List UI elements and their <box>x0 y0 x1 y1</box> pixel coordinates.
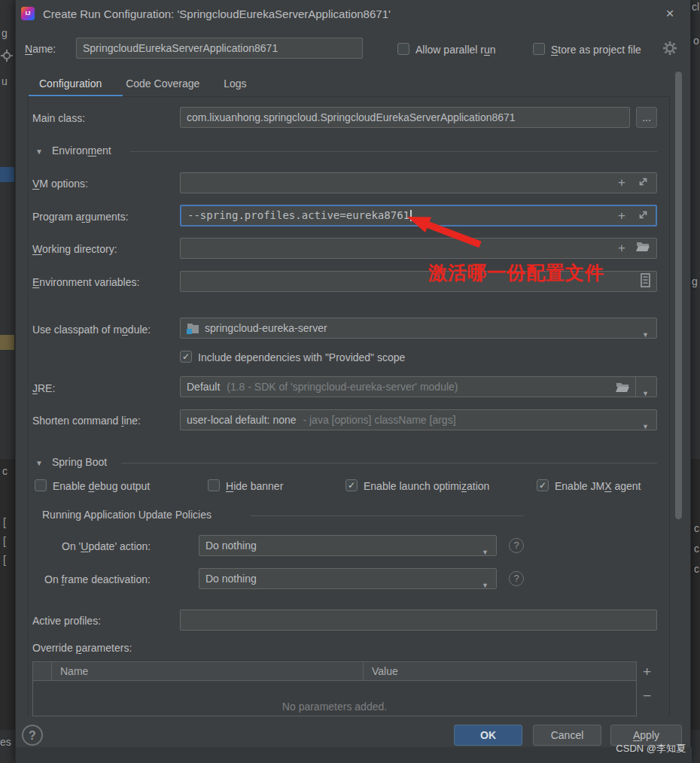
chevron-down-icon: ▼ <box>482 543 488 556</box>
override-parameters-label: Override parameters: <box>32 642 132 654</box>
dialog-bottom-strip <box>16 747 692 763</box>
enable-launch-optimization-checkbox[interactable]: ✓ <box>345 479 358 491</box>
ide-background-right-editor <box>691 459 700 730</box>
environment-section-line <box>130 151 657 152</box>
vm-options-add-icon[interactable]: + <box>618 176 625 189</box>
tab-code-coverage[interactable]: Code Coverage <box>115 71 210 97</box>
dialog-title: Create Run Configuration: 'SpringcloudEu… <box>43 8 391 20</box>
classpath-module-combobox[interactable]: springcloud-eureka-server ▼ <box>180 318 657 339</box>
jre-folder-icon[interactable] <box>616 382 629 393</box>
on-frame-help-icon[interactable]: ? <box>509 571 524 586</box>
shorten-value: user-local default: none <box>187 414 297 426</box>
enable-jmx-agent-checkbox[interactable]: ✓ <box>537 479 549 491</box>
module-icon <box>187 323 199 334</box>
spring-boot-collapse-icon[interactable]: ▼ <box>35 459 43 467</box>
column-header-name[interactable]: Name <box>60 662 88 680</box>
parameters-table-body[interactable]: No parameters added. <box>32 681 637 716</box>
intellij-logo-icon: IJ <box>21 7 35 20</box>
jre-hint: (1.8 - SDK of 'springcloud-eureka-server… <box>227 381 458 393</box>
jre-combobox[interactable]: Default (1.8 - SDK of 'springcloud-eurek… <box>180 376 657 397</box>
spring-boot-section-title[interactable]: Spring Boot <box>52 456 107 468</box>
store-as-project-file-label[interactable]: Store as project file <box>551 44 641 56</box>
environment-collapse-icon[interactable]: ▼ <box>35 147 43 156</box>
remove-parameter-icon[interactable]: − <box>643 689 651 703</box>
working-directory-add-icon[interactable]: + <box>618 242 625 254</box>
hide-banner-label[interactable]: Hide banner <box>226 480 283 492</box>
jre-label: JRE: <box>32 382 55 394</box>
program-arguments-value: --spring.profiles.active=eureka8761 <box>187 209 409 221</box>
on-frame-deactivation-label: On frame deactivation: <box>44 573 151 585</box>
environment-section-title[interactable]: Environment <box>52 144 111 157</box>
enable-debug-output-checkbox[interactable] <box>35 479 47 491</box>
active-profiles-label: Active profiles: <box>32 615 101 627</box>
update-policies-section-title: Running Application Update Policies <box>42 509 212 521</box>
spring-boot-section-line <box>121 463 657 464</box>
add-parameter-icon[interactable]: + <box>643 664 651 679</box>
backdrop-partial-text: g <box>692 275 698 287</box>
on-frame-deactivation-value: Do nothing <box>205 573 257 585</box>
on-update-action-value: Do nothing <box>205 540 257 552</box>
main-class-label: Main class: <box>32 112 85 124</box>
tab-configuration[interactable]: Configuration <box>29 71 112 97</box>
vm-options-expand-icon[interactable] <box>638 176 649 187</box>
store-as-project-file-checkbox[interactable] <box>533 43 545 55</box>
chevron-down-icon: ▼ <box>482 576 488 589</box>
cancel-button[interactable]: Cancel <box>533 725 601 746</box>
name-input[interactable]: SpringcloudEurekaServerApplication8671 <box>76 38 363 59</box>
shorten-command-line-combobox[interactable]: user-local default: none - java [options… <box>180 409 657 430</box>
program-arguments-expand-icon[interactable] <box>638 209 649 220</box>
working-directory-label: Working directory: <box>32 243 117 255</box>
ok-button[interactable]: OK <box>454 725 522 746</box>
program-arguments-label: Program arguments: <box>32 211 129 223</box>
allow-parallel-run-checkbox[interactable] <box>397 43 409 55</box>
column-header-value[interactable]: Value <box>372 662 398 680</box>
program-arguments-add-icon[interactable]: + <box>618 209 625 222</box>
working-directory-folder-icon[interactable] <box>636 241 650 252</box>
chevron-down-icon: ▼ <box>642 417 649 430</box>
dialog-help-button[interactable]: ? <box>22 725 43 746</box>
name-value: SpringcloudEurekaServerApplication8671 <box>83 42 278 54</box>
vm-options-input[interactable] <box>180 172 657 193</box>
on-update-help-icon[interactable]: ? <box>509 538 524 553</box>
backdrop-partial-text: c <box>694 543 699 555</box>
backdrop-partial-text: [ <box>3 516 6 528</box>
parameters-table-header: Name Value <box>32 661 637 681</box>
enable-debug-output-label[interactable]: Enable debug output <box>53 480 150 492</box>
vertical-scrollbar[interactable] <box>675 71 682 519</box>
environment-variables-label: Environment variables: <box>32 276 139 288</box>
backdrop-partial-text: c <box>694 563 699 575</box>
allow-parallel-run-label[interactable]: Allow parallel run <box>415 44 496 56</box>
name-label: Name: <box>25 43 56 55</box>
enable-launch-optimization-label[interactable]: Enable launch optimization <box>364 480 489 492</box>
backdrop-partial-text: c <box>694 522 699 534</box>
jre-value: Default <box>187 381 220 393</box>
table-row-selector-column <box>51 662 52 680</box>
ide-background-left-editor <box>0 459 15 730</box>
environment-variables-browse-icon[interactable] <box>641 273 650 287</box>
enable-jmx-agent-label[interactable]: Enable JMX agent <box>555 480 641 492</box>
tab-bar: Configuration Code Coverage Logs <box>29 71 257 97</box>
on-frame-deactivation-combobox[interactable]: Do nothing ▼ <box>199 568 497 589</box>
active-profiles-input[interactable] <box>180 609 657 631</box>
settings-gear-icon[interactable] <box>663 41 677 55</box>
backdrop-partial-text: cl <box>692 1 699 13</box>
main-class-browse-button[interactable]: ... <box>636 107 657 128</box>
backdrop-partial-text: u <box>2 75 8 87</box>
ide-gear-icon <box>1 50 13 62</box>
annotation-text: 激活哪一份配置文件 <box>428 260 604 285</box>
close-icon[interactable]: × <box>660 4 680 23</box>
main-class-input[interactable]: com.lixuanhong.springcloud.SpringcloudEu… <box>180 107 630 128</box>
tab-logs[interactable]: Logs <box>213 71 257 97</box>
provided-scope-checkbox[interactable]: ✓ <box>180 351 192 363</box>
on-update-action-combobox[interactable]: Do nothing ▼ <box>199 535 497 556</box>
empty-table-message: No parameters added. <box>33 701 636 713</box>
on-update-action-label: On 'Update' action: <box>62 540 151 552</box>
panel-border-left <box>28 96 29 716</box>
hide-banner-checkbox[interactable] <box>208 479 220 491</box>
backdrop-partial-text: g <box>2 27 8 39</box>
screen: IJ Create Run Configuration: 'Springclou… <box>0 0 700 763</box>
shorten-command-line-label: Shorten command line: <box>32 415 141 427</box>
provided-scope-label[interactable]: Include dependencies with "Provided" sco… <box>198 351 405 363</box>
backdrop-partial-text: [ <box>3 535 6 547</box>
table-column-divider[interactable] <box>363 662 364 680</box>
